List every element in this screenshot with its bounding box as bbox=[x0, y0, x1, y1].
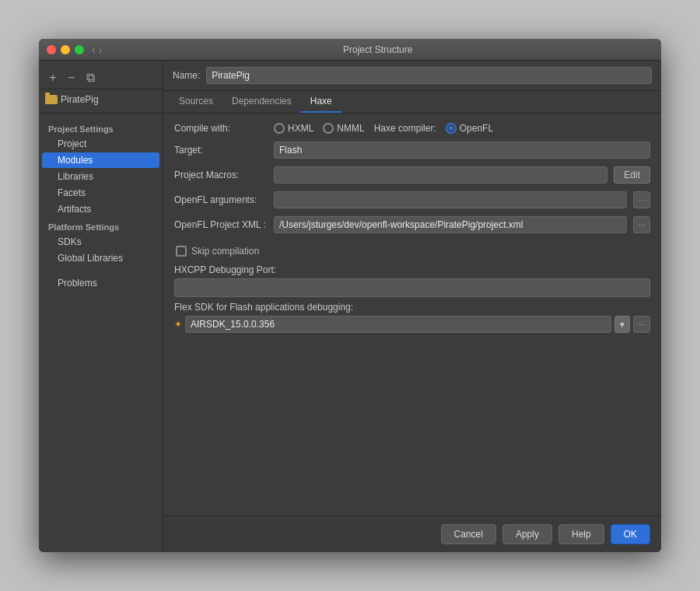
radio-nmml[interactable]: NMML bbox=[323, 123, 364, 134]
sidebar-item-global-libraries[interactable]: Global Libraries bbox=[42, 250, 159, 266]
openfl-arguments-browse-button[interactable]: ⋯ bbox=[633, 191, 650, 208]
sdk-icon: ✦ bbox=[174, 319, 182, 330]
sidebar-item-problems[interactable]: Problems bbox=[42, 275, 159, 291]
name-input[interactable] bbox=[206, 67, 652, 84]
haxe-panel-content: Compile with: HXML NMML Haxe compiler: bbox=[163, 114, 661, 516]
minimize-button[interactable] bbox=[61, 45, 70, 54]
add-module-button[interactable]: + bbox=[45, 70, 61, 86]
remove-module-button[interactable]: − bbox=[64, 70, 79, 86]
project-macros-row: Project Macros: Edit bbox=[174, 166, 650, 184]
radio-circle-hxml bbox=[274, 123, 285, 134]
cancel-button[interactable]: Cancel bbox=[441, 524, 496, 544]
openfl-project-xml-browse-button[interactable]: ⋯ bbox=[633, 216, 650, 233]
openfl-project-xml-label: OpenFL Project XML : bbox=[174, 219, 268, 230]
tab-dependencies[interactable]: Dependencies bbox=[222, 91, 301, 113]
hxcpp-section: HXCPP Debugging Port: bbox=[174, 264, 650, 297]
radio-circle-nmml bbox=[323, 123, 334, 134]
sidebar-item-modules-label: Modules bbox=[58, 155, 93, 166]
compile-with-label: Compile with: bbox=[174, 123, 268, 134]
sidebar-item-modules[interactable]: Modules bbox=[42, 152, 159, 168]
radio-hxml[interactable]: HXML bbox=[274, 123, 313, 134]
hxcpp-debugging-input[interactable] bbox=[174, 278, 650, 297]
sidebar-item-libraries-label: Libraries bbox=[58, 171, 93, 182]
openfl-project-xml-input[interactable] bbox=[274, 216, 627, 233]
project-macros-input[interactable] bbox=[274, 166, 607, 184]
folder-icon bbox=[45, 95, 58, 104]
sidebar-item-libraries[interactable]: Libraries bbox=[42, 169, 159, 184]
sidebar-item-project[interactable]: Project bbox=[42, 136, 159, 152]
compile-with-row: Compile with: HXML NMML Haxe compiler: bbox=[174, 123, 650, 134]
sidebar-item-facets-label: Facets bbox=[58, 187, 86, 198]
openfl-arguments-row: OpenFL arguments: ⋯ bbox=[174, 191, 650, 208]
radio-nmml-label: NMML bbox=[337, 123, 364, 134]
sidebar-item-artifacts-label: Artifacts bbox=[58, 204, 91, 215]
flex-sdk-label: Flex SDK for Flash applications debuggin… bbox=[174, 302, 650, 313]
right-panel: Name: Sources Dependencies Haxe Co bbox=[163, 61, 661, 552]
openfl-project-xml-row: OpenFL Project XML : ⋯ bbox=[174, 216, 650, 233]
flex-sdk-dropdown-arrow[interactable]: ▼ bbox=[614, 316, 630, 333]
help-button[interactable]: Help bbox=[558, 524, 604, 544]
nav-arrows: ‹ › bbox=[92, 44, 102, 56]
traffic-lights bbox=[47, 45, 84, 54]
project-macros-label: Project Macros: bbox=[174, 170, 268, 180]
project-settings-label: Project Settings bbox=[39, 120, 163, 135]
sidebar-item-facets[interactable]: Facets bbox=[42, 185, 159, 201]
sidebar: + − ⧉ PiratePig Project Settings Project… bbox=[39, 61, 163, 552]
radio-openfl[interactable]: OpenFL bbox=[446, 123, 493, 134]
skip-compilation-row: Skip compilation bbox=[174, 246, 650, 257]
target-select-container: Flash HTML5 Android iOS Windows Linux Ma… bbox=[274, 142, 650, 159]
sidebar-item-problems-label: Problems bbox=[58, 278, 97, 289]
radio-hxml-label: HXML bbox=[288, 123, 313, 134]
window-title: Project Structure bbox=[102, 44, 653, 55]
edit-button[interactable]: Edit bbox=[614, 166, 650, 184]
openfl-arguments-input[interactable] bbox=[274, 191, 627, 208]
hxcpp-debugging-label: HXCPP Debugging Port: bbox=[174, 264, 650, 275]
compile-radio-group: HXML NMML Haxe compiler: OpenFL bbox=[274, 123, 493, 134]
module-tree-item-label: PiratePig bbox=[61, 94, 99, 105]
maximize-button[interactable] bbox=[75, 45, 84, 54]
radio-circle-openfl bbox=[446, 123, 457, 134]
sidebar-toolbar: + − ⧉ bbox=[39, 67, 163, 89]
flex-sdk-browse-button[interactable]: ⋯ bbox=[633, 316, 650, 333]
openfl-arguments-label: OpenFL arguments: bbox=[174, 194, 268, 205]
copy-module-button[interactable]: ⧉ bbox=[82, 70, 98, 86]
target-row: Target: Flash HTML5 Android iOS Windows … bbox=[174, 142, 650, 159]
sidebar-item-sdks[interactable]: SDKs bbox=[42, 234, 159, 250]
sidebar-item-artifacts[interactable]: Artifacts bbox=[42, 201, 159, 217]
module-tree-item-piratepig[interactable]: PiratePig bbox=[39, 93, 163, 107]
flex-sdk-section: Flex SDK for Flash applications debuggin… bbox=[174, 302, 650, 333]
sidebar-item-global-libraries-label: Global Libraries bbox=[58, 253, 123, 264]
platform-settings-label: Platform Settings bbox=[39, 218, 163, 233]
title-bar: ‹ › Project Structure bbox=[39, 39, 661, 61]
target-label: Target: bbox=[174, 145, 268, 156]
close-button[interactable] bbox=[47, 45, 56, 54]
name-row: Name: bbox=[163, 61, 661, 91]
tab-haxe[interactable]: Haxe bbox=[301, 91, 341, 113]
skip-compilation-label: Skip compilation bbox=[191, 246, 259, 257]
name-label: Name: bbox=[173, 70, 200, 81]
apply-button[interactable]: Apply bbox=[502, 524, 552, 544]
sidebar-separator bbox=[39, 113, 163, 114]
sidebar-item-sdks-label: SDKs bbox=[58, 236, 82, 247]
bottom-bar: Cancel Apply Help OK bbox=[163, 516, 661, 552]
ok-button[interactable]: OK bbox=[611, 524, 650, 544]
sidebar-item-project-label: Project bbox=[58, 138, 86, 149]
project-structure-window: ‹ › Project Structure + − ⧉ PiratePig Pr… bbox=[39, 39, 661, 552]
haxe-compiler-label: Haxe compiler: bbox=[374, 123, 436, 134]
back-arrow-icon[interactable]: ‹ bbox=[92, 44, 96, 56]
radio-openfl-label: OpenFL bbox=[460, 123, 493, 134]
target-select[interactable]: Flash HTML5 Android iOS Windows Linux Ma… bbox=[274, 142, 650, 159]
tab-sources[interactable]: Sources bbox=[170, 91, 222, 113]
flex-sdk-select[interactable]: AIRSDK_15.0.0.356 bbox=[185, 316, 611, 333]
skip-compilation-checkbox[interactable] bbox=[176, 246, 187, 257]
module-tree: PiratePig bbox=[39, 89, 163, 110]
flex-sdk-row: ✦ AIRSDK_15.0.0.356 ▼ ⋯ bbox=[174, 316, 650, 333]
main-content: + − ⧉ PiratePig Project Settings Project… bbox=[39, 61, 661, 552]
tabs-row: Sources Dependencies Haxe bbox=[163, 91, 661, 114]
